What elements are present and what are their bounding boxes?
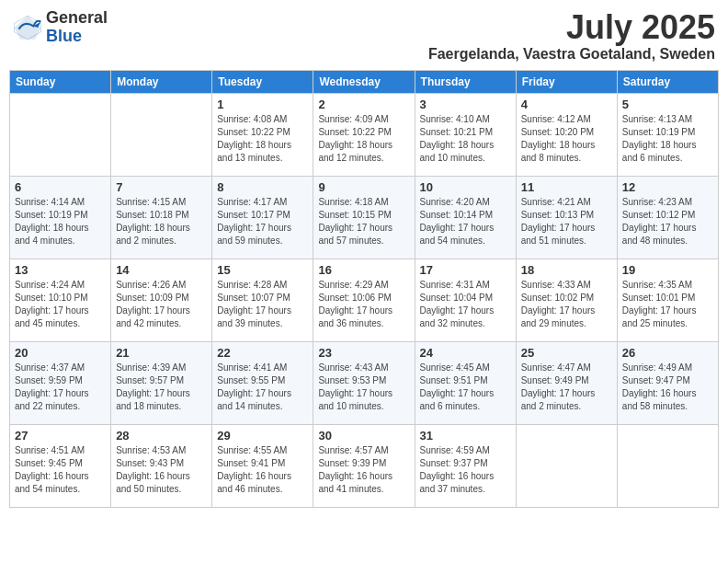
day-info: Sunrise: 4:39 AM Sunset: 9:57 PM Dayligh… [116, 362, 207, 413]
day-number: 6 [15, 180, 106, 194]
day-info: Sunrise: 4:26 AM Sunset: 10:09 PM Daylig… [116, 279, 207, 330]
day-info: Sunrise: 4:29 AM Sunset: 10:06 PM Daylig… [318, 279, 409, 330]
header-wednesday: Wednesday [313, 70, 415, 93]
day-number: 31 [420, 429, 511, 442]
header-friday: Friday [516, 70, 617, 93]
calendar-cell: 23Sunrise: 4:43 AM Sunset: 9:53 PM Dayli… [313, 341, 415, 424]
calendar-cell: 13Sunrise: 4:24 AM Sunset: 10:10 PM Dayl… [10, 259, 111, 341]
day-number: 20 [15, 346, 106, 360]
day-info: Sunrise: 4:31 AM Sunset: 10:04 PM Daylig… [420, 279, 511, 330]
day-info: Sunrise: 4:17 AM Sunset: 10:17 PM Daylig… [217, 196, 308, 247]
calendar-cell: 2Sunrise: 4:09 AM Sunset: 10:22 PM Dayli… [313, 93, 415, 176]
calendar-cell: 28Sunrise: 4:53 AM Sunset: 9:43 PM Dayli… [111, 424, 212, 507]
day-info: Sunrise: 4:20 AM Sunset: 10:14 PM Daylig… [420, 196, 511, 247]
day-info: Sunrise: 4:51 AM Sunset: 9:45 PM Dayligh… [15, 444, 106, 496]
calendar-cell: 20Sunrise: 4:37 AM Sunset: 9:59 PM Dayli… [10, 341, 111, 424]
calendar-cell: 21Sunrise: 4:39 AM Sunset: 9:57 PM Dayli… [111, 341, 212, 424]
day-number: 7 [116, 180, 207, 194]
day-number: 2 [318, 98, 409, 111]
calendar-week-2: 6Sunrise: 4:14 AM Sunset: 10:19 PM Dayli… [10, 176, 719, 259]
header-tuesday: Tuesday [212, 70, 313, 93]
day-info: Sunrise: 4:13 AM Sunset: 10:19 PM Daylig… [622, 113, 713, 165]
day-info: Sunrise: 4:18 AM Sunset: 10:15 PM Daylig… [318, 196, 409, 247]
calendar-table: SundayMondayTuesdayWednesdayThursdayFrid… [9, 70, 719, 508]
calendar-week-3: 13Sunrise: 4:24 AM Sunset: 10:10 PM Dayl… [10, 259, 719, 341]
day-info: Sunrise: 4:57 AM Sunset: 9:39 PM Dayligh… [318, 444, 409, 496]
logo-general: General [46, 9, 108, 28]
page-header: General Blue July 2025 Faergelanda, Vaes… [9, 9, 719, 63]
calendar-cell: 16Sunrise: 4:29 AM Sunset: 10:06 PM Dayl… [313, 259, 415, 341]
day-info: Sunrise: 4:14 AM Sunset: 10:19 PM Daylig… [15, 196, 106, 247]
day-number: 21 [116, 346, 207, 360]
calendar-cell: 17Sunrise: 4:31 AM Sunset: 10:04 PM Dayl… [415, 259, 516, 341]
logo-blue: Blue [46, 28, 108, 46]
calendar-cell: 14Sunrise: 4:26 AM Sunset: 10:09 PM Dayl… [111, 259, 212, 341]
header-thursday: Thursday [415, 70, 516, 93]
calendar-cell: 8Sunrise: 4:17 AM Sunset: 10:17 PM Dayli… [212, 176, 313, 259]
calendar-cell: 11Sunrise: 4:21 AM Sunset: 10:13 PM Dayl… [516, 176, 617, 259]
header-sunday: Sunday [10, 70, 111, 93]
calendar-week-1: 1Sunrise: 4:08 AM Sunset: 10:22 PM Dayli… [10, 93, 719, 176]
day-info: Sunrise: 4:24 AM Sunset: 10:10 PM Daylig… [15, 279, 106, 330]
day-number: 30 [318, 429, 409, 442]
calendar-header-row: SundayMondayTuesdayWednesdayThursdayFrid… [10, 70, 719, 93]
calendar-cell [10, 93, 111, 176]
calendar-cell: 12Sunrise: 4:23 AM Sunset: 10:12 PM Dayl… [617, 176, 718, 259]
title-block: July 2025 Faergelanda, Vaestra Goetaland… [428, 9, 715, 63]
calendar-cell: 10Sunrise: 4:20 AM Sunset: 10:14 PM Dayl… [415, 176, 516, 259]
day-number: 19 [622, 263, 713, 277]
location-title: Faergelanda, Vaestra Goetaland, Sweden [428, 46, 715, 63]
day-info: Sunrise: 4:41 AM Sunset: 9:55 PM Dayligh… [217, 362, 308, 413]
day-info: Sunrise: 4:45 AM Sunset: 9:51 PM Dayligh… [420, 362, 511, 413]
day-number: 15 [217, 263, 308, 277]
day-number: 26 [622, 346, 713, 360]
calendar-cell: 18Sunrise: 4:33 AM Sunset: 10:02 PM Dayl… [516, 259, 617, 341]
day-info: Sunrise: 4:53 AM Sunset: 9:43 PM Dayligh… [116, 444, 207, 496]
calendar-cell: 27Sunrise: 4:51 AM Sunset: 9:45 PM Dayli… [10, 424, 111, 507]
day-info: Sunrise: 4:37 AM Sunset: 9:59 PM Dayligh… [15, 362, 106, 413]
day-info: Sunrise: 4:10 AM Sunset: 10:21 PM Daylig… [420, 113, 511, 165]
day-number: 16 [318, 263, 409, 277]
day-number: 3 [420, 98, 511, 111]
day-info: Sunrise: 4:55 AM Sunset: 9:41 PM Dayligh… [217, 444, 308, 496]
svg-marker-0 [15, 16, 41, 40]
calendar-cell: 24Sunrise: 4:45 AM Sunset: 9:51 PM Dayli… [415, 341, 516, 424]
day-info: Sunrise: 4:49 AM Sunset: 9:47 PM Dayligh… [622, 362, 713, 413]
day-number: 18 [521, 263, 612, 277]
calendar-cell [111, 93, 212, 176]
calendar-cell: 1Sunrise: 4:08 AM Sunset: 10:22 PM Dayli… [212, 93, 313, 176]
calendar-cell: 26Sunrise: 4:49 AM Sunset: 9:47 PM Dayli… [617, 341, 718, 424]
day-number: 29 [217, 429, 308, 442]
day-info: Sunrise: 4:09 AM Sunset: 10:22 PM Daylig… [318, 113, 409, 165]
calendar-cell: 6Sunrise: 4:14 AM Sunset: 10:19 PM Dayli… [10, 176, 111, 259]
calendar-cell: 7Sunrise: 4:15 AM Sunset: 10:18 PM Dayli… [111, 176, 212, 259]
day-info: Sunrise: 4:43 AM Sunset: 9:53 PM Dayligh… [318, 362, 409, 413]
day-number: 13 [15, 263, 106, 277]
calendar-cell: 31Sunrise: 4:59 AM Sunset: 9:37 PM Dayli… [415, 424, 516, 507]
calendar-week-5: 27Sunrise: 4:51 AM Sunset: 9:45 PM Dayli… [10, 424, 719, 507]
calendar-cell: 15Sunrise: 4:28 AM Sunset: 10:07 PM Dayl… [212, 259, 313, 341]
day-info: Sunrise: 4:21 AM Sunset: 10:13 PM Daylig… [521, 196, 612, 247]
calendar-cell [617, 424, 718, 507]
day-number: 10 [420, 180, 511, 194]
day-number: 28 [116, 429, 207, 442]
day-info: Sunrise: 4:23 AM Sunset: 10:12 PM Daylig… [622, 196, 713, 247]
logo-icon [13, 13, 42, 42]
day-info: Sunrise: 4:12 AM Sunset: 10:20 PM Daylig… [521, 113, 612, 165]
day-number: 12 [622, 180, 713, 194]
day-info: Sunrise: 4:33 AM Sunset: 10:02 PM Daylig… [521, 279, 612, 330]
day-info: Sunrise: 4:47 AM Sunset: 9:49 PM Dayligh… [521, 362, 612, 413]
day-number: 9 [318, 180, 409, 194]
day-number: 5 [622, 98, 713, 111]
month-title: July 2025 [428, 9, 715, 46]
day-number: 23 [318, 346, 409, 360]
calendar-cell: 22Sunrise: 4:41 AM Sunset: 9:55 PM Dayli… [212, 341, 313, 424]
calendar-cell: 29Sunrise: 4:55 AM Sunset: 9:41 PM Dayli… [212, 424, 313, 507]
day-info: Sunrise: 4:08 AM Sunset: 10:22 PM Daylig… [217, 113, 308, 165]
day-info: Sunrise: 4:15 AM Sunset: 10:18 PM Daylig… [116, 196, 207, 247]
day-number: 11 [521, 180, 612, 194]
calendar-cell: 3Sunrise: 4:10 AM Sunset: 10:21 PM Dayli… [415, 93, 516, 176]
day-info: Sunrise: 4:59 AM Sunset: 9:37 PM Dayligh… [420, 444, 511, 496]
day-info: Sunrise: 4:35 AM Sunset: 10:01 PM Daylig… [622, 279, 713, 330]
day-info: Sunrise: 4:28 AM Sunset: 10:07 PM Daylig… [217, 279, 308, 330]
